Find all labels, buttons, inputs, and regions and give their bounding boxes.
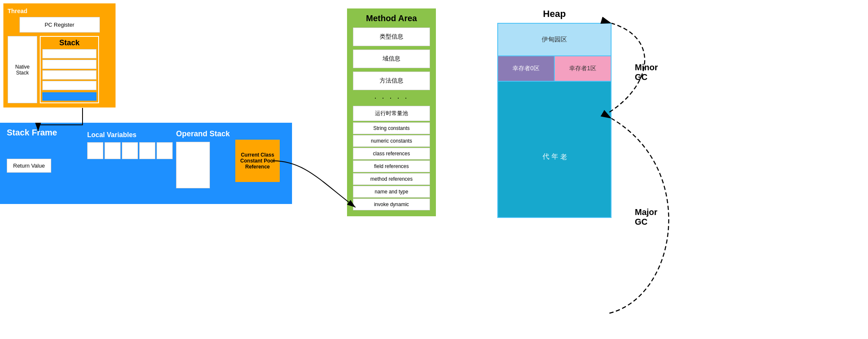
stack-frame-3	[42, 70, 96, 80]
stack-section: Stack	[40, 36, 99, 103]
stack-frame-container: Stack Frame Return Value Local Variables…	[0, 123, 292, 204]
stack-blue-bar	[42, 92, 96, 101]
local-variables-title: Local Variables	[87, 131, 173, 139]
current-class-box: Current ClassConstant PoolReference	[235, 140, 280, 182]
method-area-container: Method Area 类型信息 域信息 方法信息 · · · · · 运行时常…	[347, 8, 436, 216]
local-var-boxes	[87, 142, 173, 159]
stack-row: NativeStack Stack	[8, 36, 111, 103]
numeric-constants-box: numeric constants	[353, 135, 430, 147]
minor-gc-label: MinorGC	[635, 63, 658, 82]
heap-inner: 伊甸园区 幸存者0区 幸存者1区 老年代	[497, 23, 612, 218]
class-references-box: class references	[353, 148, 430, 160]
current-class-label: Current ClassConstant PoolReference	[240, 152, 275, 170]
stack-frame-4	[42, 81, 96, 90]
field-references-box: field references	[353, 160, 430, 172]
pc-register-box: PC Register	[19, 17, 100, 33]
operand-box	[176, 142, 210, 188]
thread-container: Thread PC Register NativeStack Stack	[3, 3, 116, 107]
thread-label: Thread	[8, 8, 111, 14]
survivor-row: 幸存者0区 幸存者1区	[498, 56, 611, 82]
operand-stack-title: Operand Stack	[176, 130, 230, 138]
runtime-pool-box: 运行时常量池	[353, 106, 430, 121]
method-references-box: method references	[353, 173, 430, 185]
survivor0-zone: 幸存者0区	[498, 56, 555, 81]
local-var-1	[87, 142, 103, 159]
local-var-5	[157, 142, 173, 159]
method-dots: · · · · ·	[353, 94, 430, 102]
local-variables-section: Local Variables	[87, 131, 173, 159]
local-var-4	[139, 142, 155, 159]
string-constants-box: String constants	[353, 122, 430, 134]
invoke-dynamic-box: invoke dynamic	[353, 198, 430, 210]
name-and-type-box: name and type	[353, 186, 430, 198]
field-info-box: 域信息	[353, 50, 430, 68]
eden-zone: 伊甸园区	[498, 24, 611, 56]
return-value-box: Return Value	[7, 159, 51, 173]
stack-frame-2	[42, 60, 96, 69]
native-stack-box: NativeStack	[8, 36, 37, 103]
stack-title: Stack	[42, 39, 96, 47]
type-info-box: 类型信息	[353, 28, 430, 46]
heap-container: Heap 伊甸园区 幸存者0区 幸存者1区 老年代	[497, 8, 612, 218]
survivor1-zone: 幸存者1区	[555, 56, 611, 81]
old-gen-zone: 老年代	[498, 82, 611, 217]
major-gc-label: MajorGC	[635, 207, 657, 227]
operand-stack-section: Operand Stack	[176, 130, 230, 188]
old-gen-text: 老年代	[541, 148, 568, 151]
method-info-box: 方法信息	[353, 72, 430, 90]
heap-title: Heap	[497, 8, 612, 19]
method-area-title: Method Area	[353, 14, 430, 23]
local-var-3	[122, 142, 138, 159]
local-var-2	[105, 142, 121, 159]
stack-frame-1	[42, 49, 96, 58]
